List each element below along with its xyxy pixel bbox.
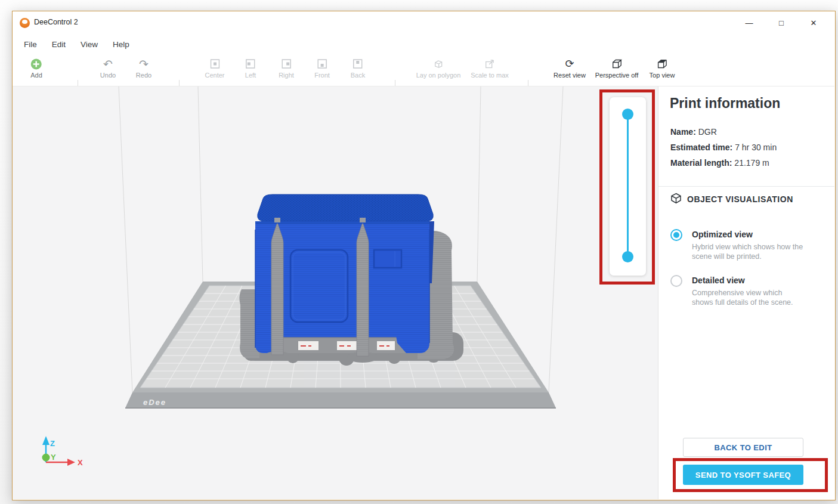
- print-info-panel: Print information Name: DGR Estimated ti…: [658, 86, 834, 499]
- object-visualisation-header: OBJECT VISUALISATION: [670, 193, 793, 206]
- undo-icon: ↶: [100, 57, 116, 70]
- reset-view-icon: ⟳: [553, 57, 586, 70]
- print-info-title: Print information: [670, 95, 780, 112]
- model-corner-right: [394, 283, 428, 353]
- lay-on-polygon-button[interactable]: Lay on polygon: [416, 57, 461, 79]
- print-info-material: Material length: 21.179 m: [670, 158, 769, 168]
- radio-optimized-view[interactable]: [670, 229, 682, 241]
- back-to-edit-button[interactable]: BACK TO EDIT: [683, 438, 803, 457]
- viewport-3d[interactable]: eDee: [13, 86, 658, 499]
- scale-to-max-button[interactable]: Scale to max: [471, 57, 509, 79]
- base-openings: [298, 341, 395, 350]
- undo-button[interactable]: ↶ Undo: [100, 57, 116, 79]
- print-info-time: Estimated time: 7 hr 30 min: [670, 143, 777, 152]
- scale-to-max-icon: [471, 57, 509, 70]
- app-logo-icon: [20, 18, 30, 28]
- minimize-button[interactable]: —: [735, 11, 763, 35]
- menu-file[interactable]: File: [24, 40, 37, 49]
- lay-on-polygon-icon: [416, 57, 461, 70]
- model-small-recess: [374, 250, 401, 268]
- front-view-button[interactable]: Front: [314, 57, 330, 79]
- redo-icon: ↷: [136, 57, 151, 70]
- annotation-box-slider: [599, 89, 655, 285]
- titlebar: DeeControl 2 — □ ✕: [13, 11, 834, 35]
- toolbar-separator: [78, 80, 78, 86]
- right-view-icon: [279, 57, 294, 70]
- perspective-cube-icon: [595, 57, 639, 70]
- add-icon: [30, 57, 42, 70]
- annotation-box-send-button: [673, 458, 828, 492]
- y-axis-label: Y: [51, 453, 56, 462]
- back-view-button[interactable]: Back: [351, 57, 365, 79]
- maximize-button[interactable]: □: [768, 11, 795, 35]
- front-view-icon: [314, 57, 330, 70]
- menu-view[interactable]: View: [81, 40, 98, 49]
- z-axis-label: Z: [50, 439, 55, 448]
- add-button[interactable]: Add: [30, 57, 42, 79]
- reset-view-button[interactable]: ⟳ Reset view: [553, 57, 586, 79]
- top-view-cube-icon: [650, 57, 675, 70]
- top-view-button[interactable]: Top view: [650, 57, 675, 79]
- radio-detailed-view[interactable]: [670, 275, 682, 287]
- bed-brand-label: eDee: [143, 398, 166, 407]
- redo-button[interactable]: ↷ Redo: [136, 57, 151, 79]
- menu-help[interactable]: Help: [113, 40, 129, 49]
- panel-divider: [658, 186, 834, 187]
- menu-edit[interactable]: Edit: [52, 40, 66, 49]
- right-view-button[interactable]: Right: [279, 57, 294, 79]
- menubar: File Edit View Help: [13, 35, 834, 54]
- back-view-icon: [351, 57, 365, 70]
- model-object[interactable]: [239, 194, 463, 366]
- x-axis-label: X: [78, 458, 83, 467]
- left-view-icon: [245, 57, 256, 70]
- center-view-icon: [205, 57, 224, 70]
- print-info-name: Name: DGR: [670, 127, 717, 137]
- close-button[interactable]: ✕: [800, 11, 827, 35]
- toolbar-separator: [395, 80, 395, 86]
- axes-indicator: Z Y X: [42, 436, 84, 467]
- perspective-button[interactable]: Perspective off: [595, 57, 639, 79]
- model-roof: [258, 194, 434, 221]
- x-axis-arrow: [67, 459, 75, 466]
- window-title: DeeControl 2: [34, 18, 78, 26]
- left-view-button[interactable]: Left: [245, 57, 256, 79]
- z-axis-arrow: [42, 436, 50, 445]
- toolbar-separator: [179, 80, 180, 86]
- center-view-button[interactable]: Center: [205, 57, 224, 79]
- cube-icon: [670, 193, 682, 206]
- y-axis-dot: [42, 454, 50, 462]
- toolbar: Add ↶ Undo ↷ Redo Center Left Right Fron…: [13, 54, 834, 86]
- toolbar-separator: [528, 80, 528, 86]
